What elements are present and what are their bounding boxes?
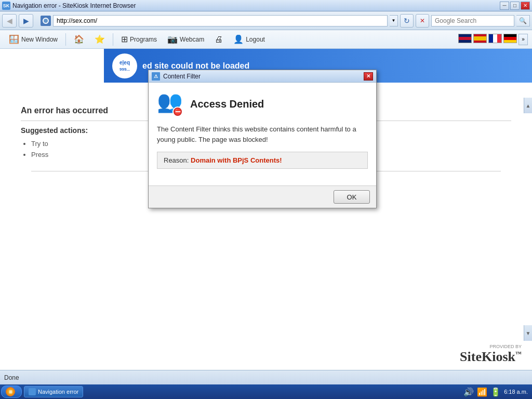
logout-icon: 👤 xyxy=(233,34,244,44)
stop-button[interactable]: ✕ xyxy=(416,14,429,28)
webcam-button[interactable]: 📷 Webcam xyxy=(163,32,209,47)
logout-button[interactable]: 👤 Logout xyxy=(229,32,270,47)
start-button[interactable]: ⊞ xyxy=(1,385,22,398)
dialog-title: Content Filter xyxy=(163,73,364,80)
home-button[interactable]: 🏠 xyxy=(69,32,89,47)
reason-label: Reason: xyxy=(164,156,191,164)
windows-logo: ⊞ xyxy=(6,387,15,396)
search-button[interactable]: 🔍 xyxy=(516,15,530,26)
dialog-close-button[interactable]: ✕ xyxy=(364,72,373,81)
reason-value: Domain with BPjS Contents! xyxy=(191,156,282,164)
taskbar-right: 🔊 📶 🔋 6:18 a.m. xyxy=(460,387,531,397)
print-icon: 🖨 xyxy=(215,35,223,44)
more-languages-button[interactable]: » xyxy=(518,34,528,45)
volume-icon[interactable]: 🔊 xyxy=(463,387,474,397)
taskbar-window-icon xyxy=(29,388,36,395)
maximize-button[interactable]: □ xyxy=(510,2,520,10)
new-window-icon: 🪟 xyxy=(9,34,19,44)
flag-de[interactable] xyxy=(503,34,517,43)
dialog-header-row: 👥 ⛔ Access Denied xyxy=(157,91,368,117)
title-bar: SK Navigation error - SiteKiosk Internet… xyxy=(0,0,532,11)
status-bar: Done xyxy=(0,370,532,384)
programs-icon: ⊞ xyxy=(121,34,128,44)
refresh-button[interactable]: ↻ xyxy=(400,14,414,28)
programs-label: Programs xyxy=(130,36,157,43)
print-button[interactable]: 🖨 xyxy=(210,32,228,47)
title-bar-text: Navigation error - SiteKiosk Internet Br… xyxy=(12,2,500,9)
flags-container: » xyxy=(458,34,528,45)
home-icon: 🏠 xyxy=(74,34,84,44)
battery-icon[interactable]: 🔋 xyxy=(490,387,501,397)
browser-content: e|eq999... ed site could not be loaded A… xyxy=(0,49,532,370)
toolbar-sep-1 xyxy=(65,33,66,46)
address-icon xyxy=(41,16,51,26)
app-icon: SK xyxy=(2,2,10,10)
blocked-badge: ⛔ xyxy=(172,107,183,117)
ok-button[interactable]: OK xyxy=(334,190,370,204)
content-filter-dialog: ⚠ Content Filter ✕ 👥 ⛔ Access Denied The… xyxy=(148,70,377,208)
status-text: Done xyxy=(4,374,19,381)
toolbar-sep-2 xyxy=(113,33,113,46)
network-icon[interactable]: 📶 xyxy=(477,387,487,397)
blocked-icon: 👥 ⛔ xyxy=(157,91,183,117)
flag-gb[interactable] xyxy=(458,34,472,43)
dialog-message: The Content Filter thinks this website c… xyxy=(157,124,368,144)
access-denied-heading: Access Denied xyxy=(190,98,264,110)
dialog-overlay: ⚠ Content Filter ✕ 👥 ⛔ Access Denied The… xyxy=(0,49,532,370)
dialog-title-icon: ⚠ xyxy=(152,72,160,81)
dialog-titlebar: ⚠ Content Filter ✕ xyxy=(149,70,376,83)
taskbar-window-button[interactable]: Navigation error xyxy=(24,386,83,397)
address-dropdown[interactable]: ▼ xyxy=(390,15,398,26)
search-input[interactable] xyxy=(431,15,514,26)
webcam-label: Webcam xyxy=(180,36,204,43)
logout-label: Logout xyxy=(246,36,265,43)
favorites-button[interactable]: ⭐ xyxy=(90,32,110,47)
taskbar-window-label: Navigation error xyxy=(38,389,78,395)
flag-fr[interactable] xyxy=(488,34,502,43)
title-bar-controls: ─ □ ✕ xyxy=(500,2,530,10)
address-icon-inner xyxy=(43,18,49,24)
minimize-button[interactable]: ─ xyxy=(500,2,509,10)
programs-button[interactable]: ⊞ Programs xyxy=(116,32,162,47)
new-window-button[interactable]: 🪟 New Window xyxy=(4,32,62,47)
new-window-label: New Window xyxy=(21,36,58,43)
flag-es[interactable] xyxy=(473,34,487,43)
webcam-icon: 📷 xyxy=(167,34,178,44)
nav-bar: ◀ ▶ ▼ ↻ ✕ 🔍 xyxy=(0,11,532,30)
taskbar: ⊞ Navigation error 🔊 📶 🔋 6:18 a.m. xyxy=(0,384,532,399)
favorites-icon: ⭐ xyxy=(95,34,105,44)
toolbar: 🪟 New Window 🏠 ⭐ ⊞ Programs 📷 Webcam 🖨 👤… xyxy=(0,30,532,49)
dialog-body: 👥 ⛔ Access Denied The Content Filter thi… xyxy=(149,83,376,185)
dialog-footer: OK xyxy=(149,185,376,208)
taskbar-time: 6:18 a.m. xyxy=(504,389,528,395)
back-button[interactable]: ◀ xyxy=(2,14,17,28)
close-button[interactable]: ✕ xyxy=(521,2,530,10)
forward-button[interactable]: ▶ xyxy=(19,14,33,28)
reason-box: Reason: Domain with BPjS Contents! xyxy=(157,152,368,169)
address-input[interactable] xyxy=(53,15,388,26)
